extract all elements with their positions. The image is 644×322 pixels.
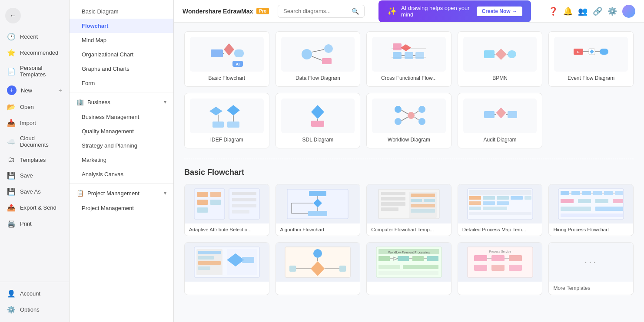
template-card-row2-2[interactable] — [276, 242, 361, 295]
main-content: Wondershare EdrawMax Pro 🔍 ✨ AI drawing … — [174, 0, 644, 322]
svg-rect-116 — [561, 207, 591, 211]
template-img-row2-1 — [185, 243, 269, 282]
svg-rect-61 — [210, 192, 221, 197]
nav-graphs-charts[interactable]: Graphs and Charts — [70, 62, 173, 76]
nav-mind-map[interactable]: Mind Map — [70, 33, 173, 47]
diagram-card-workflow[interactable]: Workflow Diagram — [366, 93, 451, 148]
sidebar: ← 🕐 Recent ⭐ Recommended 📄 Personal Temp… — [0, 0, 70, 322]
sidebar-item-save[interactable]: 💾 Save — [0, 168, 69, 184]
nav-label-basic-diagram: Basic Diagram — [82, 8, 119, 15]
template-card-row2-4[interactable]: Process Service — [458, 242, 543, 295]
nav-marketing[interactable]: Marketing — [70, 153, 173, 167]
nav-label-biz-mgmt: Business Management — [82, 114, 139, 120]
search-bar[interactable]: 🔍 — [278, 5, 365, 18]
nav-flowchart[interactable]: Flowchart — [70, 19, 173, 33]
sidebar-label-save-as: Save As — [20, 188, 41, 195]
nav-strategy-planning[interactable]: Strategy and Planning — [70, 138, 173, 153]
svg-rect-9 — [322, 58, 332, 64]
svg-rect-85 — [411, 204, 435, 207]
sidebar-item-export[interactable]: 📤 Export & Send — [0, 200, 69, 216]
ai-banner[interactable]: ✨ AI drawing helps open your mind Create… — [378, 0, 531, 22]
svg-rect-58 — [197, 192, 208, 197]
sidebar-item-personal-templates[interactable]: 📄 Personal Templates — [0, 61, 69, 82]
diagram-card-bpmn[interactable]: BPMN — [458, 31, 543, 87]
template-card-algorithm[interactable]: Algorithm Flowchart — [276, 184, 361, 236]
nav-basic-diagram[interactable]: Basic Diagram — [70, 4, 173, 19]
svg-rect-125 — [198, 266, 210, 270]
svg-rect-133 — [289, 266, 296, 272]
svg-rect-99 — [469, 212, 531, 215]
template-label-row2-3 — [367, 282, 451, 292]
nav-analysis-canvas[interactable]: Analysis Canvas — [70, 167, 173, 181]
template-card-more[interactable]: ··· More Templates — [548, 242, 634, 295]
search-input[interactable] — [283, 8, 352, 14]
sidebar-item-new[interactable]: + New + — [0, 82, 69, 99]
chevron-down-icon-2: ▾ — [164, 190, 166, 196]
svg-rect-38 — [227, 122, 239, 128]
share-icon[interactable]: 🔗 — [593, 7, 602, 16]
diagram-card-basic-flowchart[interactable]: AI Basic Flowchart — [184, 31, 269, 87]
svg-rect-148 — [403, 265, 438, 269]
svg-rect-60 — [197, 207, 208, 213]
svg-rect-78 — [381, 197, 405, 200]
nav-form[interactable]: Form — [70, 76, 173, 90]
svg-point-7 — [302, 49, 312, 59]
diagram-card-audit[interactable]: Audit Diagram — [458, 93, 543, 148]
template-card-detailed[interactable]: Detailed Process Map Tem... — [458, 184, 543, 236]
user-avatar[interactable] — [622, 5, 635, 18]
sidebar-label-new: New — [21, 87, 32, 94]
team-icon[interactable]: 👥 — [578, 7, 588, 16]
svg-rect-40 — [311, 121, 324, 127]
template-card-adaptive[interactable]: Adaptive Attribute Selectio... — [184, 184, 269, 236]
settings-icon[interactable]: ⚙️ — [607, 7, 617, 16]
nav-label-mind-map: Mind Map — [82, 37, 106, 43]
svg-rect-91 — [497, 196, 509, 200]
svg-rect-127 — [242, 257, 254, 263]
nav-quality-management[interactable]: Quality Management — [70, 124, 173, 138]
nav-business-management[interactable]: Business Management — [70, 110, 173, 124]
sidebar-item-print[interactable]: 🖨️ Print — [0, 216, 69, 232]
nav-group-business[interactable]: 🏢 Business ▾ — [70, 94, 173, 110]
back-button[interactable]: ← — [5, 8, 21, 23]
svg-rect-23 — [508, 50, 516, 58]
nav-divider-1 — [70, 92, 173, 92]
sidebar-item-account[interactable]: 👤 Account — [0, 286, 69, 302]
svg-line-49 — [415, 111, 418, 114]
create-now-button[interactable]: Create Now → — [477, 7, 522, 16]
svg-rect-139 — [378, 256, 390, 261]
sidebar-item-recommended[interactable]: ⭐ Recommended — [0, 45, 69, 61]
svg-rect-105 — [604, 191, 613, 195]
svg-rect-142 — [398, 256, 409, 261]
diagram-label-data-flow: Data Flow Diagram — [295, 75, 340, 81]
template-label-detailed: Detailed Process Map Tem... — [458, 223, 542, 236]
svg-rect-149 — [378, 271, 438, 275]
nav-project-management-item[interactable]: Project Management — [70, 201, 173, 215]
diagram-card-cross-functional[interactable]: Cross Functional Flow... — [366, 31, 451, 87]
help-icon[interactable]: ❓ — [548, 7, 558, 16]
template-card-row2-1[interactable] — [184, 242, 269, 295]
sidebar-item-import[interactable]: 📥 Import — [0, 115, 69, 131]
template-card-row2-3[interactable]: Workflow-Payment Processing — [366, 242, 451, 295]
sidebar-item-open[interactable]: 📂 Open — [0, 99, 69, 115]
sidebar-item-options[interactable]: ⚙️ Options — [0, 302, 69, 318]
diagram-card-event-flow[interactable]: E Event Flow Diagram — [548, 31, 634, 87]
nav-org-chart[interactable]: Organizational Chart — [70, 47, 173, 62]
diagram-card-idef[interactable]: IDEF Diagram — [184, 93, 269, 148]
app-title-group: Wondershare EdrawMax Pro — [183, 8, 269, 15]
template-card-hiring[interactable]: Hiring Process Flowchart — [548, 184, 634, 236]
svg-rect-146 — [427, 256, 438, 261]
sidebar-item-recent[interactable]: 🕐 Recent — [0, 29, 69, 45]
sidebar-item-cloud[interactable]: ☁️ Cloud Documents — [0, 131, 69, 152]
template-card-computer[interactable]: Computer Flowchart Temp... — [366, 184, 451, 236]
diagram-label-idef: IDEF Diagram — [210, 137, 243, 143]
svg-rect-88 — [469, 190, 531, 195]
sidebar-item-save-as[interactable]: 💾 Save As — [0, 184, 69, 200]
svg-rect-59 — [197, 200, 208, 205]
svg-text:AI: AI — [236, 62, 239, 66]
diagram-card-sdl[interactable]: SDL Diagram — [276, 93, 361, 148]
diagram-card-data-flow[interactable]: Data Flow Diagram — [276, 31, 361, 87]
svg-rect-89 — [469, 196, 481, 200]
sidebar-item-templates[interactable]: 🗂 Templates — [0, 152, 69, 168]
nav-group-project-mgmt[interactable]: 📋 Project Management ▾ — [70, 185, 173, 201]
notification-icon[interactable]: 🔔 — [563, 7, 573, 16]
